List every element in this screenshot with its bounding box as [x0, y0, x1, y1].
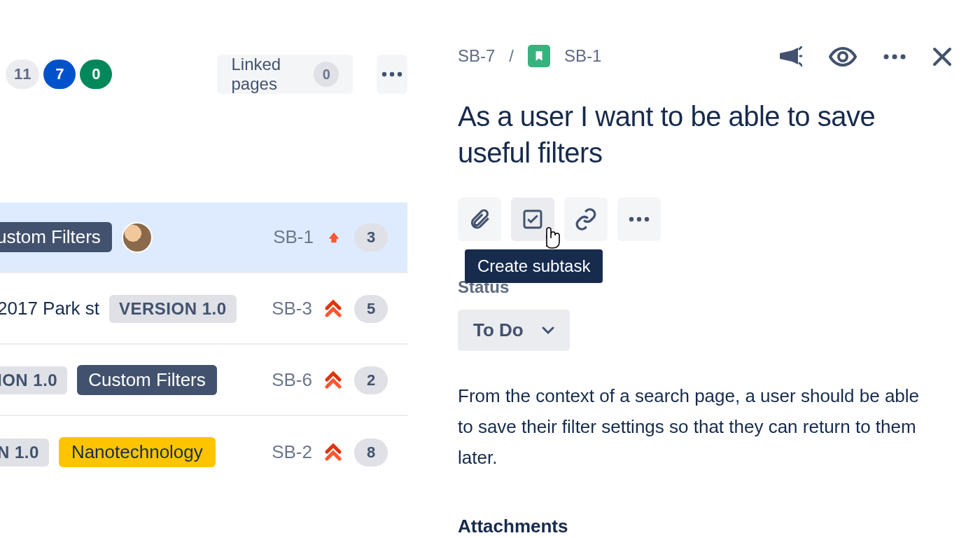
issue-summary-fragment: 2017 Park st [0, 298, 99, 319]
close-icon[interactable] [932, 47, 952, 67]
svg-line-3 [799, 46, 802, 49]
watch-icon[interactable] [829, 47, 857, 67]
story-points: 8 [354, 439, 388, 467]
priority-medium-icon [326, 230, 342, 245]
label-custom-filters[interactable]: Custom Filters [0, 222, 112, 252]
backlog-row[interactable]: 2017 Park st VERSION 1.0 SB-3 5 [0, 273, 407, 345]
story-icon [528, 45, 550, 67]
label-version-fragment[interactable]: ION 1.0 [0, 366, 67, 394]
svg-point-9 [901, 55, 906, 60]
breadcrumb-key[interactable]: SB-1 [564, 46, 601, 66]
backlog-row[interactable]: 0 Custom Filters SB-1 3 [0, 202, 407, 273]
count-inprogress[interactable]: 7 [43, 60, 76, 89]
more-actions-icon[interactable] [883, 54, 906, 60]
story-points: 3 [354, 223, 388, 251]
linked-pages-count: 0 [314, 62, 339, 87]
link-button[interactable] [564, 198, 608, 241]
assignee-avatar[interactable] [122, 222, 153, 253]
label-custom-filters[interactable]: Custom Filters [77, 365, 217, 395]
svg-line-5 [799, 63, 802, 66]
svg-point-15 [645, 217, 649, 221]
chevron-down-icon [542, 326, 554, 335]
label-version[interactable]: VERSION 1.0 [109, 295, 237, 323]
backlog-panel: 11 7 0 Linked pages 0 0 Custom Filters [0, 0, 407, 538]
issue-key: SB-1 [273, 226, 314, 248]
backlog-row[interactable]: ION 1.0 Custom Filters SB-6 2 [0, 345, 407, 416]
issue-key: SB-2 [272, 441, 312, 463]
tooltip: Create subtask [465, 249, 603, 283]
issue-title[interactable]: As a user I want to be able to save usef… [458, 98, 952, 171]
svg-point-2 [398, 72, 402, 76]
status-counts: 11 7 0 [6, 60, 112, 89]
more-button[interactable] [377, 55, 407, 94]
priority-highest-icon [325, 300, 342, 318]
feedback-icon[interactable] [778, 46, 802, 67]
priority-highest-icon [325, 371, 342, 389]
svg-point-6 [839, 53, 847, 61]
story-points: 5 [354, 295, 388, 323]
issue-description[interactable]: From the context of a search page, a use… [458, 380, 934, 474]
linked-pages-button[interactable]: Linked pages 0 [217, 55, 353, 94]
svg-point-13 [629, 217, 634, 221]
svg-point-0 [382, 72, 386, 76]
priority-highest-icon [325, 443, 342, 462]
backlog-row[interactable]: N 1.0 Nanotechnology SB-2 8 [0, 416, 407, 488]
count-todo[interactable]: 11 [6, 60, 39, 89]
svg-point-7 [884, 55, 889, 60]
status-value: To Do [473, 319, 524, 341]
linked-pages-label: Linked pages [231, 55, 301, 94]
issue-key: SB-3 [272, 298, 312, 319]
attachments-heading: Attachments [458, 516, 952, 537]
issue-detail-panel: SB-7 / SB-1 As a user I want to be able … [407, 0, 980, 538]
breadcrumb-parent[interactable]: SB-7 [458, 46, 495, 66]
svg-point-8 [892, 55, 897, 60]
more-content-button[interactable] [617, 198, 661, 241]
label-version-fragment[interactable]: N 1.0 [0, 439, 49, 467]
story-points: 2 [354, 366, 388, 394]
cursor-pointer-icon [540, 226, 561, 249]
label-nanotechnology[interactable]: Nanotechnology [59, 437, 216, 467]
breadcrumb-separator: / [509, 46, 514, 66]
svg-point-1 [390, 72, 394, 76]
svg-point-14 [637, 217, 641, 221]
issue-key: SB-6 [272, 369, 312, 391]
attach-button[interactable] [458, 198, 501, 241]
status-dropdown[interactable]: To Do [458, 310, 570, 351]
count-done[interactable]: 0 [80, 60, 112, 89]
